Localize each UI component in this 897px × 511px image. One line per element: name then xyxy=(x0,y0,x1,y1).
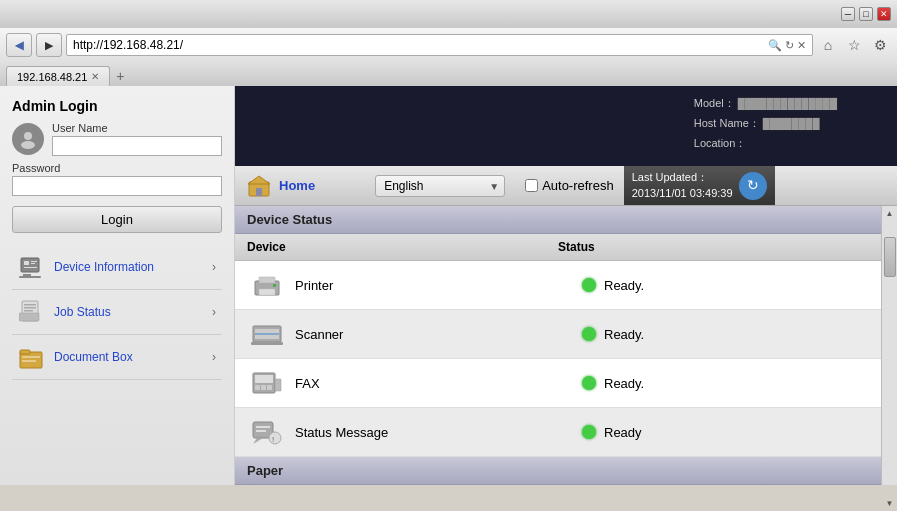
minimize-button[interactable]: ─ xyxy=(841,7,855,21)
search-icon[interactable]: 🔍 xyxy=(768,39,782,52)
scrollbar-track: ▲ ▼ xyxy=(881,206,897,485)
last-updated-value: 2013/11/01 03:49:39 xyxy=(632,186,733,201)
printer-icon xyxy=(247,271,287,299)
svg-rect-32 xyxy=(261,385,266,390)
login-button[interactable]: Login xyxy=(12,206,222,233)
model-row: Model： ██████████████ xyxy=(694,94,837,114)
svg-rect-20 xyxy=(256,188,262,196)
sidebar-item-device-information[interactable]: Device Information › xyxy=(12,245,222,290)
svg-marker-36 xyxy=(253,438,263,444)
model-label: Model： xyxy=(694,97,735,109)
address-input[interactable] xyxy=(73,38,768,52)
fax-icon xyxy=(247,369,287,397)
svg-rect-4 xyxy=(19,276,41,278)
svg-rect-37 xyxy=(256,426,270,428)
username-input[interactable] xyxy=(52,136,222,156)
address-icons: 🔍 ↻ ✕ xyxy=(768,39,806,52)
refresh-icon[interactable]: ↻ xyxy=(785,39,794,52)
svg-rect-3 xyxy=(23,274,31,276)
svg-rect-8 xyxy=(24,267,37,268)
col-status-header: Status xyxy=(558,240,869,254)
favorites-icon[interactable]: ☆ xyxy=(843,34,865,56)
new-tab-button[interactable]: + xyxy=(110,66,130,86)
svg-rect-13 xyxy=(19,313,39,321)
device-row-printer: Printer Ready. xyxy=(235,261,881,310)
last-updated-label: Last Updated： xyxy=(632,170,733,185)
sidebar: Admin Login User Name Password Login xyxy=(0,86,235,485)
printer-status-dot xyxy=(582,278,596,292)
svg-point-0 xyxy=(24,132,32,140)
svg-rect-31 xyxy=(255,385,260,390)
tab-close-button[interactable]: ✕ xyxy=(91,71,99,82)
login-box: Admin Login User Name Password Login xyxy=(12,98,222,233)
active-tab[interactable]: 192.168.48.21 ✕ xyxy=(6,66,110,86)
printer-name: Printer xyxy=(287,278,582,293)
paper-section-header: Paper xyxy=(235,457,881,485)
printer-status-wrap: Ready. xyxy=(582,278,869,293)
svg-rect-11 xyxy=(24,307,36,309)
svg-marker-19 xyxy=(248,176,270,184)
svg-rect-15 xyxy=(20,350,30,354)
svg-rect-30 xyxy=(255,375,273,383)
password-field: Password xyxy=(12,162,222,196)
title-bar: ─ □ ✕ xyxy=(0,0,897,28)
language-select[interactable]: English Japanese German French Spanish xyxy=(375,175,505,197)
password-label: Password xyxy=(12,162,222,174)
location-label: Location： xyxy=(694,137,747,149)
avatar xyxy=(12,123,44,155)
device-nav: Home English Japanese German French Span… xyxy=(235,166,897,206)
username-label: User Name xyxy=(52,122,222,134)
status-message-icon: ! xyxy=(247,418,287,446)
svg-rect-34 xyxy=(275,379,281,391)
scanner-status-text: Ready. xyxy=(604,327,644,342)
svg-rect-24 xyxy=(273,284,276,287)
scanner-status-dot xyxy=(582,327,596,341)
password-input[interactable] xyxy=(12,176,222,196)
home-label: Home xyxy=(279,178,315,193)
sidebar-item-job-status[interactable]: Job Status › xyxy=(12,290,222,335)
settings-icon[interactable]: ⚙ xyxy=(869,34,891,56)
home-toolbar-icon[interactable]: ⌂ xyxy=(817,34,839,56)
user-fields: User Name xyxy=(52,122,222,156)
back-button[interactable]: ◀ xyxy=(6,33,32,57)
maximize-button[interactable]: □ xyxy=(859,7,873,21)
close-window-button[interactable]: ✕ xyxy=(877,7,891,21)
hostname-value: ████████ xyxy=(763,118,820,129)
col-device-header: Device xyxy=(247,240,558,254)
home-link[interactable]: Home xyxy=(245,172,315,200)
svg-rect-2 xyxy=(21,258,39,272)
scroll-thumb[interactable] xyxy=(884,237,896,277)
device-status-header: Device Status xyxy=(235,206,881,234)
location-row: Location： xyxy=(694,134,837,154)
admin-login-title: Admin Login xyxy=(12,98,222,114)
user-row: User Name xyxy=(12,122,222,156)
device-table-header: Device Status xyxy=(235,234,881,261)
svg-rect-7 xyxy=(31,263,35,264)
scroll-up-arrow[interactable]: ▲ xyxy=(883,206,897,221)
svg-point-1 xyxy=(21,141,35,149)
sidebar-item-label-job-status: Job Status xyxy=(54,305,216,319)
svg-rect-27 xyxy=(255,333,279,335)
sidebar-item-document-box[interactable]: Document Box › xyxy=(12,335,222,380)
main-content: Device Status Device Status xyxy=(235,206,881,485)
close-address-icon[interactable]: ✕ xyxy=(797,39,806,52)
svg-rect-22 xyxy=(259,277,275,283)
document-box-icon xyxy=(18,343,46,371)
svg-rect-12 xyxy=(24,310,33,312)
browser-frame: ─ □ ✕ ◀ ▶ 🔍 ↻ ✕ ⌂ ☆ ⚙ 192.168.48.21 ✕ + xyxy=(0,0,897,86)
language-selector-wrap: English Japanese German French Spanish ▼ xyxy=(375,175,505,197)
address-bar: 🔍 ↻ ✕ xyxy=(66,34,813,56)
device-table: Device Status Prin xyxy=(235,234,881,457)
svg-rect-10 xyxy=(24,304,36,306)
forward-button[interactable]: ▶ xyxy=(36,33,62,57)
svg-rect-38 xyxy=(256,430,266,432)
sidebar-nav: Device Information › Job Status › xyxy=(12,245,222,380)
svg-rect-23 xyxy=(259,289,275,295)
fax-name: FAX xyxy=(287,376,582,391)
auto-refresh-checkbox[interactable] xyxy=(525,179,538,192)
device-row-scanner: Scanner Ready. xyxy=(235,310,881,359)
page-layout: Admin Login User Name Password Login xyxy=(0,86,897,485)
refresh-button[interactable]: ↻ xyxy=(739,172,767,200)
hostname-label: Host Name： xyxy=(694,117,760,129)
scanner-status-wrap: Ready. xyxy=(582,327,869,342)
